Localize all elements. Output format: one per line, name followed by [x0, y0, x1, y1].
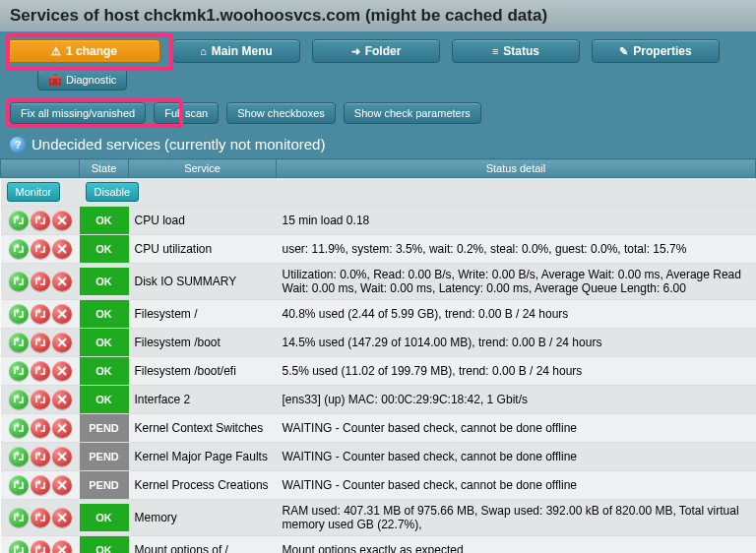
row-action-icon[interactable]: [52, 361, 72, 381]
col-service: Service: [129, 159, 277, 178]
state-badge: PEND: [80, 414, 129, 442]
fix-all-button[interactable]: Fix all missing/vanished: [10, 102, 146, 124]
main-menu-button[interactable]: ⌂ Main Menu: [172, 39, 300, 63]
row-action-icon[interactable]: [52, 447, 72, 466]
row-action-icon[interactable]: [31, 211, 50, 230]
row-action-icon[interactable]: [52, 211, 72, 230]
row-action-icon[interactable]: [9, 304, 29, 324]
service-name: Disk IO SUMMARY: [129, 264, 277, 300]
table-row: OKFilesystem /40.8% used (2.44 of 5.99 G…: [1, 300, 756, 329]
page-title: Services of host chckmk1.woohoosvcs.com …: [0, 0, 756, 31]
home-icon: ⌂: [200, 45, 207, 57]
row-action-icon[interactable]: [9, 239, 29, 259]
col-detail: Status detail: [277, 159, 756, 178]
service-name: Kernel Major Page Faults: [129, 443, 277, 471]
table-row: OKDisk IO SUMMARYUtilization: 0.0%, Read…: [1, 264, 756, 300]
row-action-icon[interactable]: [31, 239, 50, 259]
row-action-icon[interactable]: [9, 418, 29, 438]
help-icon[interactable]: ?: [10, 137, 26, 153]
state-badge: PEND: [80, 443, 129, 470]
state-badge: OK: [80, 357, 129, 385]
row-action-icon[interactable]: [31, 447, 50, 466]
row-action-icon[interactable]: [31, 272, 50, 291]
table-row: PENDKernel Major Page FaultsWAITING - Co…: [1, 443, 756, 471]
diagnostic-label: Diagnostic: [66, 74, 116, 86]
section-title: Undecided services (currently not monito…: [32, 136, 325, 153]
table-row: PENDKernel Context SwitchesWAITING - Cou…: [1, 414, 756, 443]
status-detail: WAITING - Counter based check, cannot be…: [277, 471, 756, 500]
row-action-icon[interactable]: [31, 304, 50, 324]
status-detail: WAITING - Counter based check, cannot be…: [277, 414, 756, 443]
disable-button[interactable]: Disable: [86, 182, 140, 202]
status-icon: ≡: [492, 45, 498, 57]
row-action-icon[interactable]: [31, 418, 50, 438]
row-action-icon[interactable]: [31, 333, 50, 352]
row-action-icon[interactable]: [9, 211, 29, 230]
service-name: Filesystem /: [129, 300, 277, 329]
table-row: OKFilesystem /boot14.5% used (147.29 of …: [1, 329, 756, 357]
table-row: OKCPU load15 min load 0.18: [1, 207, 756, 235]
changes-label: 1 change: [66, 44, 117, 58]
properties-label: Properties: [633, 44, 691, 58]
row-action-icon[interactable]: [52, 390, 72, 409]
show-params-button[interactable]: Show check parameters: [344, 102, 481, 124]
row-action-icon[interactable]: [31, 508, 50, 527]
state-badge: OK: [80, 207, 129, 234]
service-name: Filesystem /boot: [129, 329, 277, 357]
folder-button[interactable]: ➜ Folder: [312, 39, 440, 63]
service-name: Mount options of /: [129, 536, 277, 554]
main-menu-label: Main Menu: [212, 44, 273, 58]
row-action-icon[interactable]: [52, 304, 72, 324]
diagnostic-button[interactable]: 🧰 Diagnostic: [37, 69, 127, 91]
row-action-icon[interactable]: [9, 390, 29, 409]
status-detail: user: 11.9%, system: 3.5%, wait: 0.2%, s…: [277, 235, 756, 264]
monitor-button[interactable]: Monitor: [7, 182, 61, 202]
state-badge: OK: [80, 235, 129, 263]
folder-label: Folder: [365, 44, 402, 58]
properties-button[interactable]: ✎ Properties: [592, 39, 720, 63]
row-action-icon[interactable]: [52, 540, 72, 553]
row-action-icon[interactable]: [9, 447, 29, 466]
status-detail: [ens33] (up) MAC: 00:0C:29:9C:18:42, 1 G…: [277, 386, 756, 414]
action-row: Fix all missing/vanished Full scan Show …: [0, 96, 756, 130]
status-detail: RAM used: 407.31 MB of 975.66 MB, Swap u…: [277, 500, 756, 536]
row-action-icon[interactable]: [9, 333, 29, 352]
service-name: Kernel Context Switches: [129, 414, 277, 443]
sub-toolbar: 🧰 Diagnostic: [0, 67, 756, 96]
service-name: Kernel Process Creations: [129, 471, 277, 500]
row-action-icon[interactable]: [52, 475, 72, 495]
state-badge: OK: [80, 329, 129, 356]
state-badge: PEND: [80, 471, 129, 499]
pencil-icon: ✎: [619, 45, 628, 58]
show-checkboxes-button[interactable]: Show checkboxes: [226, 102, 336, 124]
status-detail: Utilization: 0.0%, Read: 0.00 B/s, Write…: [277, 264, 756, 300]
status-label: Status: [503, 44, 539, 58]
row-action-icon[interactable]: [52, 272, 72, 291]
changes-button[interactable]: ⚠ 1 change: [8, 39, 160, 63]
service-name: CPU utilization: [129, 235, 277, 264]
warning-icon: ⚠: [51, 45, 61, 58]
row-action-icon[interactable]: [9, 540, 29, 553]
row-action-icon[interactable]: [9, 361, 29, 381]
table-row: OKFilesystem /boot/efi5.5% used (11.02 o…: [1, 357, 756, 386]
row-action-icon[interactable]: [9, 272, 29, 291]
row-action-icon[interactable]: [31, 475, 50, 495]
row-action-icon[interactable]: [52, 239, 72, 259]
state-badge: OK: [80, 386, 129, 413]
state-badge: OK: [80, 300, 129, 328]
section-heading: ? Undecided services (currently not moni…: [0, 130, 756, 158]
table-row: OKMemoryRAM used: 407.31 MB of 975.66 MB…: [1, 500, 756, 536]
row-action-icon[interactable]: [31, 361, 50, 381]
folder-icon: ➜: [351, 45, 360, 58]
row-action-icon[interactable]: [9, 508, 29, 527]
row-action-icon[interactable]: [9, 475, 29, 495]
status-button[interactable]: ≡ Status: [452, 39, 580, 63]
state-badge: OK: [80, 268, 129, 295]
state-badge: OK: [80, 536, 129, 553]
row-action-icon[interactable]: [52, 418, 72, 438]
row-action-icon[interactable]: [52, 508, 72, 527]
row-action-icon[interactable]: [52, 333, 72, 352]
full-scan-button[interactable]: Full scan: [154, 102, 219, 124]
row-action-icon[interactable]: [31, 540, 50, 553]
row-action-icon[interactable]: [31, 390, 50, 409]
